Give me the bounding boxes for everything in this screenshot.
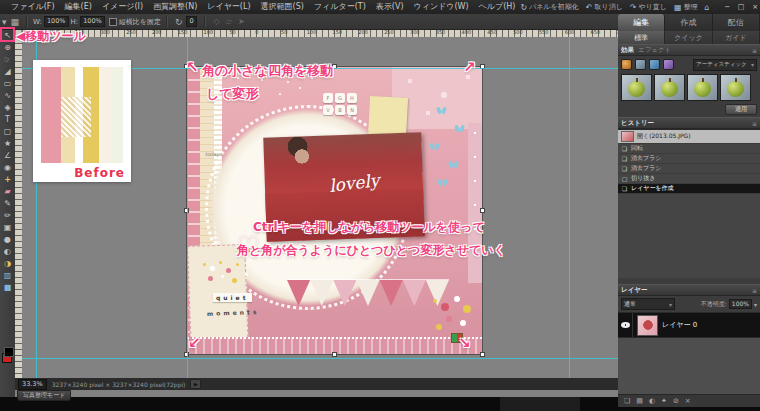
- history-step[interactable]: ❏ 消去ブラシ: [618, 154, 760, 164]
- skew-icon[interactable]: ◇: [214, 17, 220, 26]
- guide-vertical-image-left[interactable]: [187, 37, 188, 378]
- link-layers-icon[interactable]: ✦: [661, 397, 667, 405]
- home-button[interactable]: ⌂: [705, 3, 710, 12]
- clone-stamp-tool[interactable]: ▣: [1, 222, 14, 234]
- blur-tool[interactable]: ●: [1, 234, 14, 246]
- brush-tool[interactable]: ✎: [1, 198, 14, 210]
- eraser-tool[interactable]: ▰: [1, 186, 14, 198]
- menu-item[interactable]: レイヤー(L): [202, 0, 255, 14]
- workspace-tab[interactable]: 配信: [713, 14, 760, 31]
- menu-item[interactable]: イメージ(I): [97, 0, 148, 14]
- gradient-tool[interactable]: ▥: [1, 270, 14, 282]
- zoom-tool[interactable]: ⊕: [1, 42, 14, 54]
- status-info-button[interactable]: ▶: [190, 379, 201, 389]
- distort-icon[interactable]: ▱: [226, 17, 232, 26]
- hand-tool[interactable]: ☞: [1, 54, 14, 66]
- all-effects-icon[interactable]: [663, 59, 674, 70]
- organize-button[interactable]: ▦ 整理: [674, 2, 698, 12]
- sponge-tool[interactable]: ◑: [1, 258, 14, 270]
- quick-select-tool[interactable]: ◈: [1, 102, 14, 114]
- menu-item[interactable]: 編集(E): [60, 0, 97, 14]
- effect-thumb-3[interactable]: [687, 74, 718, 101]
- zoom-level-field[interactable]: 33.3%: [18, 379, 47, 390]
- layer-row[interactable]: レイヤー 0: [618, 312, 760, 338]
- panel-menu-icon[interactable]: ≡: [752, 287, 757, 294]
- new-layer-icon[interactable]: ❏: [624, 397, 630, 405]
- redo-button[interactable]: ↷ やり直し: [630, 2, 667, 12]
- menu-item[interactable]: フィルター(T): [309, 0, 371, 14]
- workspace-tab[interactable]: 編集: [618, 14, 665, 31]
- constrain-checkbox[interactable]: [109, 18, 117, 26]
- options-caret-icon[interactable]: ▾: [2, 17, 7, 27]
- guide-vertical-right[interactable]: [569, 37, 570, 378]
- height-field[interactable]: 100%: [80, 16, 105, 27]
- edit-mode-tab[interactable]: ガイド: [713, 31, 760, 44]
- lasso-tool[interactable]: ∿: [1, 90, 14, 102]
- layer-styles-icon[interactable]: [635, 59, 646, 70]
- filters-icon[interactable]: [621, 59, 632, 70]
- transform-bounding-box[interactable]: lovely FGHVBN ♡ love todays: quiet momen…: [186, 66, 483, 355]
- crop-tool[interactable]: ▢: [1, 126, 14, 138]
- color-swatches[interactable]: [1, 347, 15, 363]
- layer-visibility-toggle[interactable]: [618, 313, 633, 337]
- handle-bottom-right[interactable]: [480, 352, 485, 357]
- adjustment-layer-icon[interactable]: ◐: [649, 397, 655, 405]
- chevron-down-icon: ▾: [751, 61, 754, 68]
- effects-category-dropdown[interactable]: アーティスティック ▾: [693, 59, 757, 71]
- menu-item[interactable]: ファイル(F): [6, 0, 60, 14]
- panel-menu-icon[interactable]: ≡: [752, 47, 757, 54]
- blend-mode-dropdown[interactable]: 通常 ▾: [621, 298, 675, 310]
- chevron-down-icon[interactable]: ▾: [754, 301, 757, 308]
- effects-tab[interactable]: 効果: [621, 46, 634, 55]
- photo-effects-icon[interactable]: [649, 59, 660, 70]
- effect-thumb-2[interactable]: [654, 74, 685, 101]
- shape-tool[interactable]: ■: [1, 282, 14, 294]
- dodge-tool[interactable]: ◐: [1, 246, 14, 258]
- marquee-tool[interactable]: ▭: [1, 78, 14, 90]
- edit-mode-tab[interactable]: 標準: [618, 31, 665, 44]
- angle-field[interactable]: 0: [186, 16, 196, 27]
- edit-mode-tab[interactable]: クイック: [665, 31, 712, 44]
- opacity-field[interactable]: 100%: [729, 299, 752, 309]
- effect-thumb-1[interactable]: [621, 74, 652, 101]
- workspace-tab[interactable]: 作成: [665, 14, 712, 31]
- menu-item[interactable]: ウィンドウ(W): [409, 0, 474, 14]
- type-tool[interactable]: T: [1, 114, 14, 126]
- minimize-button[interactable]: −: [723, 3, 732, 11]
- history-step[interactable]: ▢ 切り抜き: [618, 174, 760, 184]
- ruler-label: 100: [306, 29, 332, 36]
- reset-panels-button[interactable]: ↻ パネルを初期化: [520, 2, 578, 12]
- menu-item[interactable]: ヘルプ(H): [474, 0, 521, 14]
- effect-thumb-4[interactable]: [720, 74, 751, 101]
- menu-item[interactable]: 表示(V): [371, 0, 409, 14]
- red-eye-tool[interactable]: ◉: [1, 162, 14, 174]
- panel-menu-icon[interactable]: ≡: [752, 120, 757, 127]
- handle-middle-right[interactable]: [480, 208, 485, 213]
- document-canvas[interactable]: lovely FGHVBN ♡ love todays: quiet momen…: [22, 37, 618, 378]
- history-step[interactable]: ❏ 開く(2013.05.JPG): [618, 130, 760, 144]
- width-field[interactable]: 100%: [44, 16, 69, 27]
- apply-button[interactable]: 適用: [725, 104, 757, 115]
- healing-brush-tool[interactable]: +: [1, 174, 14, 186]
- straighten-tool[interactable]: ∠: [1, 150, 14, 162]
- guide-horizontal-bottom[interactable]: [22, 358, 618, 359]
- history-step[interactable]: ❏ 消去ブラシ: [618, 164, 760, 174]
- lock-icon[interactable]: ⊘: [673, 397, 679, 405]
- eyedropper-tool[interactable]: ◢: [1, 66, 14, 78]
- delete-layer-icon[interactable]: ×: [685, 397, 691, 405]
- foreground-color-swatch[interactable]: [4, 347, 14, 357]
- commit-icon[interactable]: ➤: [238, 17, 245, 26]
- history-step[interactable]: ❏ レイヤーを作成: [618, 184, 760, 194]
- organizer-mode-button[interactable]: 写真整理モード: [17, 390, 71, 401]
- smart-brush-tool[interactable]: ✏: [1, 210, 14, 222]
- menu-item[interactable]: 画質調整(N): [148, 0, 202, 14]
- close-button[interactable]: ×: [751, 3, 760, 11]
- restore-button[interactable]: □: [737, 3, 746, 11]
- effects-tab-2[interactable]: エフェクト: [638, 46, 671, 55]
- handle-bottom-middle[interactable]: [332, 352, 337, 357]
- new-group-icon[interactable]: ▤: [636, 397, 643, 405]
- undo-button[interactable]: ↶ 取り消し: [586, 2, 623, 12]
- cookie-cutter-tool[interactable]: ★: [1, 138, 14, 150]
- menu-item[interactable]: 選択範囲(S): [256, 0, 309, 14]
- history-step[interactable]: ❏ 回転: [618, 144, 760, 154]
